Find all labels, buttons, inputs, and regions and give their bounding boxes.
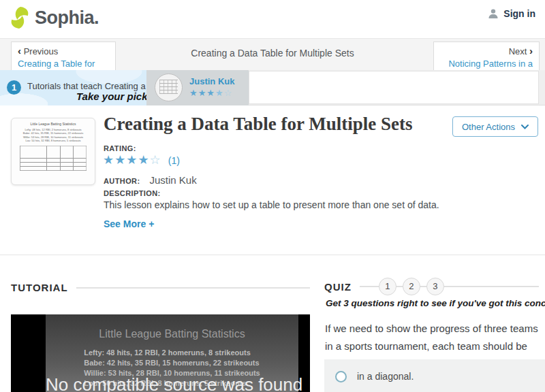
star-icon: ★ [103, 153, 114, 167]
video-error-message: No compatible source was found [46, 374, 298, 392]
previous-label: Previous [24, 46, 59, 56]
quiz-divider-line [360, 286, 379, 287]
thumbnail-table-grid [20, 146, 87, 171]
tutorial-header: TUTORIAL [11, 282, 310, 293]
star-icon: ★ [206, 88, 215, 98]
star-icon: ★ [138, 153, 149, 167]
star-rating: ★★★★☆ [103, 153, 161, 167]
chevron-right-icon: › [529, 45, 533, 56]
tutorial-card-rating: ★★★★☆ [189, 88, 232, 98]
thumbnail-title: Little League Batting Statistics [15, 122, 91, 126]
sign-in-button[interactable]: Sign in [488, 8, 535, 19]
page: Sophia. Sign in ‹ Previous Creating a Ta… [0, 0, 545, 392]
tutorial-quiz-section: TUTORIAL Little League Batting Statistic… [0, 256, 545, 392]
tutorial-card-author[interactable]: Justin Kuk [189, 76, 234, 86]
rating-count-link[interactable]: (1) [168, 155, 180, 166]
star-icon: ★ [198, 88, 207, 98]
tutorial-picker-banner: 1 Tutorials that teach Creating a D Take… [0, 70, 545, 105]
top-header: Sophia. Sign in [0, 0, 545, 38]
quiz-option-label: in a diagonal. [357, 371, 414, 382]
radio-button[interactable] [335, 371, 347, 382]
quiz-divider-line [444, 286, 539, 287]
author-row: AUTHOR: Justin Kuk [104, 174, 197, 186]
other-actions-label: Other Actions [462, 122, 515, 132]
lesson-thumbnail: Little League Batting Statistics Lefty: … [11, 118, 95, 185]
chevron-left-icon: ‹ [18, 45, 21, 56]
quiz-tagline: Get 3 questions right to see if you've g… [326, 298, 545, 308]
see-more-link[interactable]: See More + [104, 218, 154, 229]
video-stat-line: Lefty: 48 hits, 12 RBI, 2 homeruns, 8 st… [84, 348, 260, 358]
picker-empty-panel [249, 71, 539, 104]
sophia-logo-icon [10, 6, 30, 29]
other-actions-button[interactable]: Other Actions [452, 116, 538, 137]
video-stat-line: Babe: 42 hits, 35 RBI, 15 homeruns, 22 s… [84, 358, 260, 368]
next-label: Next [509, 46, 527, 56]
quiz-heading: QUIZ [324, 281, 352, 293]
star-icon: ★ [126, 153, 138, 167]
rating-label: RATING: [104, 144, 136, 152]
thumbnail-stat-line: Lou: 50 hits, 32 RBI, 8 homeruns, 5 stri… [15, 139, 91, 143]
user-icon [488, 8, 499, 19]
star-empty-icon: ☆ [224, 88, 233, 98]
star-empty-icon: ☆ [150, 153, 161, 167]
picker-heading: Tutorials that teach Creating a D [27, 81, 146, 91]
star-half-icon: ★ [215, 88, 224, 98]
picker-intro-panel: 1 Tutorials that teach Creating a D Take… [0, 70, 146, 105]
sophia-logo-text: Sophia. [35, 7, 99, 29]
tutorial-video-player[interactable]: Little League Batting Statistics Lefty: … [11, 314, 310, 392]
quiz-header: QUIZ 1 2 3 [324, 278, 539, 295]
picker-tagline: Take your pick: [76, 91, 146, 102]
lesson-summary-section: Little League Batting Statistics Lefty: … [0, 106, 545, 255]
sophia-logo[interactable]: Sophia. [10, 6, 99, 29]
quiz-option-row[interactable]: in a diagonal. [324, 359, 545, 392]
chevron-down-icon [521, 125, 529, 129]
quiz-step-3: 3 [426, 278, 444, 295]
video-slide-title: Little League Batting Statistics [46, 314, 298, 340]
tutorial-card-justin-kuk[interactable]: Justin Kuk ★★★★☆ [146, 70, 249, 105]
video-slide: Little League Batting Statistics Lefty: … [46, 314, 298, 392]
star-icon: ★ [114, 153, 126, 167]
lesson-rating-stars: ★★★★☆ (1) [103, 152, 180, 167]
tutorial-card-thumbnail [155, 74, 183, 101]
tutorial-heading: TUTORIAL [11, 282, 68, 293]
description-text: This lesson explains how to set up a tab… [104, 199, 485, 210]
sign-in-label: Sign in [503, 8, 535, 19]
description-label: DESCRIPTION: [104, 189, 161, 197]
star-icon: ★ [189, 88, 198, 98]
current-lesson-title: Creating a Data Table for Multiple Sets [136, 48, 409, 59]
page-title: Creating a Data Table for Multiple Sets [104, 114, 413, 135]
tutorial-count-badge: 1 [7, 80, 21, 95]
author-name: Justin Kuk [150, 174, 197, 186]
quiz-step-1: 1 [379, 278, 396, 295]
lesson-navbar: ‹ Previous Creating a Table for Change C… [0, 38, 545, 70]
quiz-step-2: 2 [403, 278, 420, 295]
tutorial-divider-line [76, 287, 310, 289]
author-label: AUTHOR: [104, 177, 140, 185]
